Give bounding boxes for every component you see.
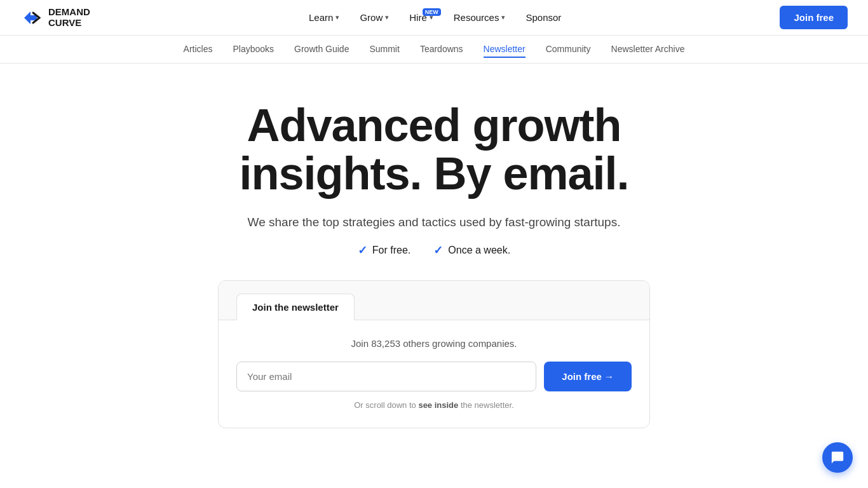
check-free: ✓ For free.	[358, 243, 410, 257]
logo[interactable]: DEMANDCURVE	[20, 6, 90, 29]
form-card-body: Join 83,253 others growing companies. Jo…	[219, 320, 649, 428]
hero-checks: ✓ For free. ✓ Once a week.	[358, 243, 510, 257]
form-card-header: Join the newsletter	[219, 281, 649, 320]
checkmark-icon: ✓	[433, 243, 443, 257]
chevron-icon: ▾	[385, 13, 389, 22]
form-subtitle: Join 83,253 others growing companies.	[236, 338, 632, 349]
form-scroll-hint: Or scroll down to see inside the newslet…	[236, 400, 632, 410]
check-weekly-label: Once a week.	[448, 245, 510, 256]
checkmark-icon: ✓	[358, 243, 367, 257]
chat-icon	[831, 451, 844, 454]
nav-resources[interactable]: Resources ▾	[445, 7, 515, 28]
nav-links: Learn ▾ Grow ▾ Hire ▾ NEW Resources ▾ Sp…	[300, 7, 570, 28]
form-card-tab: Join the newsletter	[236, 294, 355, 320]
nav-hire[interactable]: Hire ▾ NEW	[400, 7, 442, 28]
new-badge: NEW	[423, 8, 441, 16]
subnav-growth-guide[interactable]: Growth Guide	[294, 41, 349, 58]
join-form-button[interactable]: Join free →	[544, 362, 632, 391]
top-nav: DEMANDCURVE Learn ▾ Grow ▾ Hire ▾ NEW Re…	[0, 0, 868, 36]
subnav-community[interactable]: Community	[546, 41, 591, 58]
subnav-newsletter[interactable]: Newsletter	[484, 41, 526, 58]
check-weekly: ✓ Once a week.	[433, 243, 510, 257]
hero-subtitle: We share the top strategies and tactics …	[248, 215, 621, 229]
subnav-summit[interactable]: Summit	[369, 41, 399, 58]
logo-icon	[20, 6, 43, 29]
subnav-articles[interactable]: Articles	[184, 41, 213, 58]
nav-grow[interactable]: Grow ▾	[351, 7, 398, 28]
newsletter-form-card: Join the newsletter Join 83,253 others g…	[218, 280, 650, 428]
brand-name: DEMANDCURVE	[48, 7, 90, 28]
subnav-newsletter-archive[interactable]: Newsletter Archive	[611, 41, 685, 58]
check-free-label: For free.	[372, 245, 410, 256]
hero-section: Advanced growth insights. By email. We s…	[0, 64, 868, 454]
email-row: Join free →	[236, 362, 632, 391]
hero-title: Advanced growth insights. By email.	[161, 102, 707, 198]
chevron-icon: ▾	[336, 13, 339, 22]
sub-nav: Articles Playbooks Growth Guide Summit T…	[0, 36, 868, 64]
join-free-button[interactable]: Join free	[780, 6, 848, 29]
chevron-icon: ▾	[501, 13, 505, 22]
nav-sponsor[interactable]: Sponsor	[517, 7, 570, 28]
email-input[interactable]	[236, 362, 536, 391]
nav-learn[interactable]: Learn ▾	[300, 7, 348, 28]
subnav-playbooks[interactable]: Playbooks	[233, 41, 274, 58]
subnav-teardowns[interactable]: Teardowns	[420, 41, 463, 58]
